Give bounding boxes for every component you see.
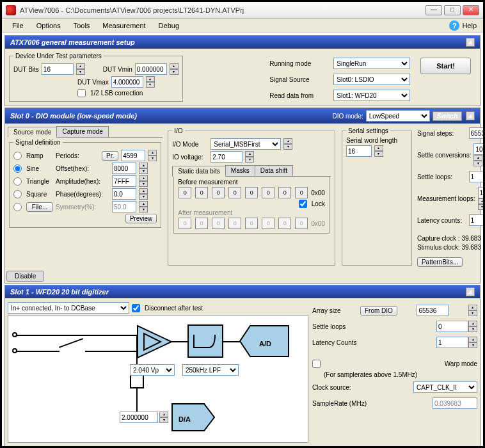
radio-triangle[interactable]: [13, 177, 22, 186]
panel2-disable-button[interactable]: Disable: [6, 271, 44, 282]
dutvmin-input[interactable]: [135, 63, 167, 75]
fromdio-button[interactable]: From DIO: [360, 306, 397, 316]
p3-settleloops-input[interactable]: [436, 321, 468, 332]
menu-tools[interactable]: Tools: [67, 22, 97, 29]
help-icon[interactable]: ?: [449, 20, 459, 31]
lsb-checkbox[interactable]: [77, 89, 86, 97]
radio-ramp[interactable]: [13, 152, 22, 160]
vp-select[interactable]: 2.040 Vp: [130, 364, 175, 376]
phase-input[interactable]: [112, 188, 136, 200]
radio-sine[interactable]: [13, 164, 22, 173]
offset-input[interactable]: [112, 163, 136, 174]
iovolt-spinner[interactable]: ▴▾: [245, 151, 254, 163]
bit-button: 0: [295, 218, 308, 229]
close-button[interactable]: ✕: [463, 5, 479, 15]
offset-label: Offset(hex):: [56, 165, 109, 172]
tab-capture-mode[interactable]: Capture mode: [56, 126, 108, 137]
iovolt-input[interactable]: [211, 151, 242, 163]
da-spinner[interactable]: ▴▾: [159, 412, 168, 423]
file-button[interactable]: File...: [26, 202, 53, 212]
measloops-input[interactable]: [478, 187, 483, 198]
da-block-icon: D/A: [171, 403, 216, 432]
dutvmin-spinner[interactable]: ▴▾: [170, 63, 179, 75]
p3-settleloops-spinner[interactable]: ▴▾: [468, 321, 477, 332]
iomode-select[interactable]: Serial_MSBFirst: [211, 138, 281, 150]
periods-input[interactable]: [121, 150, 145, 161]
bit-button[interactable]: 0: [262, 187, 274, 198]
runmode-select[interactable]: SingleRun: [333, 58, 410, 69]
conn-select[interactable]: In+ connected, In- to DCBase: [8, 302, 129, 314]
bit-button[interactable]: 0: [195, 187, 208, 198]
srate-label: SampleRate (MHz): [312, 400, 367, 407]
tab-source-mode[interactable]: Source mode: [8, 127, 57, 138]
p3-latency-input[interactable]: [436, 337, 468, 348]
panel3-collapse-icon[interactable]: ▴: [466, 287, 475, 296]
phase-label: Phase(degrees):: [56, 191, 109, 198]
radio-square[interactable]: [13, 190, 22, 198]
da-input[interactable]: [120, 412, 158, 423]
menu-debug[interactable]: Debug: [152, 22, 186, 29]
settleloops-input[interactable]: [469, 171, 483, 182]
periods-spinner[interactable]: ▴▾: [148, 150, 157, 161]
clksrc-select[interactable]: CAPT_CLK_II: [413, 381, 477, 393]
bit-button[interactable]: 0: [179, 187, 191, 198]
phase-spinner[interactable]: ▴▾: [139, 188, 148, 200]
swl-spinner[interactable]: ▴▾: [374, 145, 383, 157]
amp-input[interactable]: [112, 175, 136, 187]
radio-file[interactable]: [13, 203, 22, 211]
patternbits-button[interactable]: PatternBits...: [417, 257, 463, 267]
menu-measurement[interactable]: Measurement: [96, 22, 152, 29]
tab-data-shift[interactable]: Data shift: [255, 165, 293, 176]
dutbits-input[interactable]: [42, 63, 74, 75]
menu-help[interactable]: Help: [459, 22, 479, 29]
diomode-label: DIO mode:: [332, 113, 363, 120]
iomode-spinner[interactable]: ▴▾: [283, 138, 292, 150]
dutbits-spinner[interactable]: ▴▾: [76, 63, 85, 75]
sigsrc-select[interactable]: Slot0: LSDIO: [333, 74, 410, 85]
sigsrc-label: Signal Source: [269, 76, 309, 83]
maximize-button[interactable]: □: [444, 5, 461, 15]
periods-button[interactable]: Pr.: [102, 151, 118, 161]
panel2-collapse-icon[interactable]: ▴: [466, 111, 475, 120]
sigsteps-input[interactable]: [469, 127, 483, 139]
arrsize-spinner[interactable]: ▴▾: [468, 305, 477, 316]
menu-file[interactable]: File: [6, 22, 30, 29]
p3-latency-spinner[interactable]: ▴▾: [468, 337, 477, 348]
p3-latency-label: Latency Counts: [312, 339, 357, 346]
minimize-button[interactable]: —: [425, 5, 442, 15]
triangle-label: Triangle: [26, 178, 53, 185]
tab-masks[interactable]: Masks: [225, 165, 255, 176]
start-button[interactable]: Start!: [420, 58, 471, 74]
readfrom-select[interactable]: Slot1: WFD20: [333, 90, 410, 101]
settleconv-spinner[interactable]: ▴▾: [473, 155, 482, 166]
diomode-select[interactable]: LowSpeed: [366, 110, 430, 122]
menu-options[interactable]: Options: [30, 22, 67, 29]
measloops-spinner[interactable]: ▴▾: [478, 198, 483, 210]
bit-button[interactable]: 0: [212, 187, 225, 198]
latency-label: Latency counts:: [417, 217, 462, 224]
app-icon: [6, 5, 16, 15]
bit-button: 0: [262, 218, 274, 229]
panel1-collapse-icon[interactable]: ▴: [466, 38, 475, 47]
lock-checkbox[interactable]: [299, 200, 307, 208]
warp-checkbox[interactable]: [312, 360, 321, 368]
arrsize-input[interactable]: [417, 305, 449, 316]
amp-spinner[interactable]: ▴▾: [139, 175, 148, 187]
bit-button[interactable]: 0: [295, 187, 308, 198]
lpf-select[interactable]: 250kHz LPF: [182, 364, 239, 376]
swl-input[interactable]: [346, 145, 372, 157]
bit-button[interactable]: 0: [278, 187, 291, 198]
warp-label: Warp mode: [445, 360, 477, 367]
dutvmax-input[interactable]: [111, 76, 143, 88]
latency-input[interactable]: [469, 214, 483, 226]
bit-button[interactable]: 0: [245, 187, 258, 198]
disc-checkbox[interactable]: [132, 304, 140, 312]
preview-button[interactable]: Preview: [125, 214, 157, 223]
bit-button[interactable]: 0: [228, 187, 241, 198]
settleconv-input[interactable]: [473, 143, 483, 155]
panel3-header: Slot 1 - WFD20 20 bit digitizer ▴: [5, 285, 480, 298]
tab-static-bits[interactable]: Static data bits: [172, 166, 226, 177]
dutvmax-spinner[interactable]: ▴▾: [146, 76, 155, 88]
offset-spinner[interactable]: ▴▾: [139, 163, 148, 174]
switch-button[interactable]: Switch: [433, 111, 462, 121]
